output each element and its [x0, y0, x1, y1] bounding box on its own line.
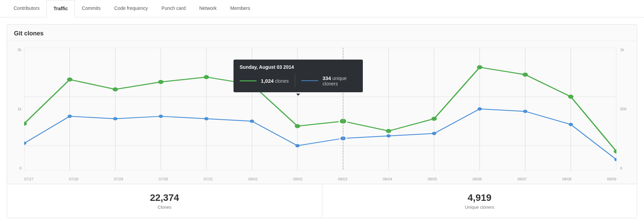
x-label-0805: 08/05: [428, 177, 437, 181]
tabs-navigation: Contributors Traffic Commits Code freque…: [0, 0, 644, 17]
svg-point-35: [159, 115, 163, 118]
tab-commits[interactable]: Commits: [75, 0, 107, 17]
x-label-0801: 08/01: [248, 177, 258, 181]
y-axis-left: 2k 1k 0: [7, 48, 24, 170]
svg-point-30: [568, 95, 574, 99]
tooltip-blue-line: [301, 80, 318, 81]
y-label-right-500: 500: [620, 107, 626, 111]
x-label-0808: 08/08: [562, 177, 572, 181]
tab-code-frequency[interactable]: Code frequency: [108, 0, 155, 17]
tab-punch-card[interactable]: Punch card: [155, 0, 192, 17]
x-axis: 07/27 07/28 07/29 07/30 07/31 08/01 08/0…: [24, 177, 616, 181]
y-label-right-0: 0: [620, 166, 622, 170]
y-label-right-1k: 1k: [620, 48, 624, 52]
tab-traffic[interactable]: Traffic: [46, 0, 75, 17]
tooltip-clones-value: 1,024 clones: [261, 78, 289, 84]
stat-clones-label: Clones: [14, 205, 315, 210]
x-label-0727: 07/27: [24, 177, 34, 181]
svg-point-19: [67, 78, 73, 82]
x-label-0806: 08/06: [472, 177, 482, 181]
svg-point-26: [386, 129, 391, 133]
tooltip-row: 1,024 clones 334 unique cloners: [240, 74, 357, 87]
svg-point-40: [386, 134, 391, 138]
chart-title: Git clones: [7, 25, 637, 41]
svg-point-22: [204, 75, 209, 79]
svg-point-20: [113, 87, 118, 91]
tooltip-unique-value: 334 unique cloners: [322, 75, 357, 86]
svg-point-29: [522, 73, 528, 77]
y-label-0: 0: [19, 166, 21, 170]
svg-point-42: [478, 107, 482, 111]
x-label-0803: 08/03: [338, 177, 348, 181]
x-label-0729: 07/29: [114, 177, 123, 181]
tab-members[interactable]: Members: [224, 0, 257, 17]
svg-point-36: [204, 117, 209, 121]
svg-point-21: [158, 80, 164, 84]
svg-point-34: [113, 117, 117, 121]
tooltip-date: Sunday, August 03 2014: [240, 64, 357, 70]
stat-unique-cloners: 4,919 Unique cloners: [322, 184, 637, 218]
x-label-0809: 08/09: [607, 177, 616, 181]
chart-tooltip: Sunday, August 03 2014 1,024 clones 334 …: [234, 60, 363, 92]
svg-point-41: [432, 132, 436, 135]
y-axis-right: 1k 500 0: [618, 48, 637, 170]
stat-unique-number: 4,919: [329, 192, 630, 203]
tooltip-divider: [295, 74, 295, 87]
svg-point-44: [569, 123, 573, 126]
chart-area: 2k 1k 0 1k 500 0: [7, 41, 637, 184]
git-clones-section: Git clones 2k 1k 0 1k 500 0: [7, 24, 637, 218]
stats-footer: 22,374 Clones 4,919 Unique cloners: [7, 184, 637, 218]
svg-point-38: [295, 144, 300, 147]
stat-unique-label: Unique cloners: [329, 205, 630, 210]
svg-point-43: [523, 110, 528, 113]
svg-point-37: [250, 119, 254, 123]
x-label-0731: 07/31: [204, 177, 213, 181]
tab-network[interactable]: Network: [192, 0, 223, 17]
stat-clones-number: 22,374: [14, 192, 315, 203]
x-label-0802: 08/02: [293, 177, 303, 181]
svg-point-24: [295, 124, 300, 128]
svg-point-31: [614, 149, 616, 154]
x-label-0728: 07/28: [69, 177, 79, 181]
svg-point-33: [67, 115, 72, 118]
x-label-0730: 07/30: [159, 177, 168, 181]
x-label-0804: 08/04: [383, 177, 392, 181]
svg-point-27: [431, 117, 437, 121]
tooltip-green-line: [240, 80, 257, 81]
y-label-1k: 1k: [17, 107, 21, 111]
y-label-2k: 2k: [17, 48, 21, 52]
svg-point-28: [477, 65, 482, 69]
stat-clones: 22,374 Clones: [7, 184, 322, 218]
tab-contributors[interactable]: Contributors: [7, 0, 46, 17]
x-label-0807: 08/07: [517, 177, 527, 181]
